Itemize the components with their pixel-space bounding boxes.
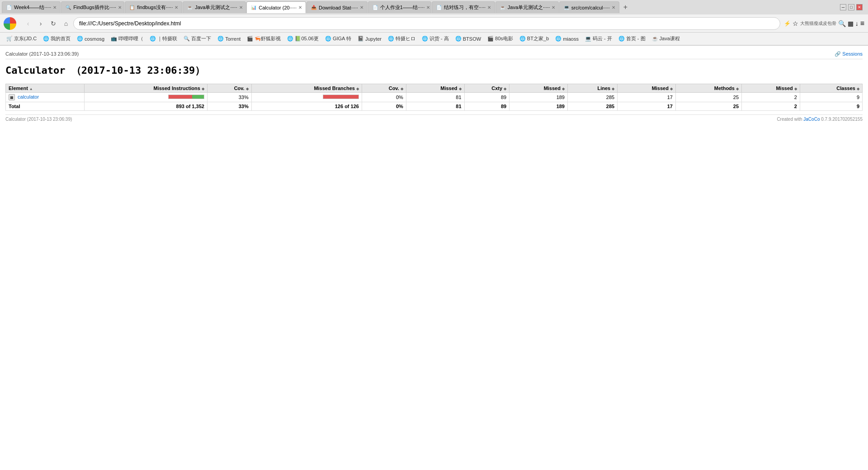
col-header-cov1-label: Cov. xyxy=(234,85,245,91)
bookmark-java[interactable]: ☕ Java课程 xyxy=(649,34,683,43)
bookmark-homepage2[interactable]: 🌐 首页 - 图 xyxy=(616,34,648,43)
sessions-link[interactable]: Sessions xyxy=(835,51,863,57)
bookmark-btzhijia[interactable]: 🌐 BT之家_b xyxy=(517,34,552,43)
bookmark-xiaohu[interactable]: 🎬 🦐虾狐影视 xyxy=(244,34,283,43)
bookmark-bilibili[interactable]: 📺 哔哩哔哩（ xyxy=(108,34,146,43)
tab-close-pair[interactable]: ✕ xyxy=(487,5,491,10)
tab-findbugs2[interactable]: 📋 findbugs没有····· ✕ xyxy=(125,1,182,13)
maximize-button[interactable]: □ xyxy=(848,4,854,10)
download-icon[interactable]: ↓ xyxy=(855,20,859,27)
sort-icon-methods: ◆ xyxy=(736,87,739,91)
bookmark-jupyter[interactable]: 📓 Jupyter xyxy=(355,35,384,43)
reload-button[interactable]: ↻ xyxy=(48,18,59,29)
col-header-element[interactable]: Element ▲ xyxy=(6,84,85,93)
back-button[interactable]: ‹ xyxy=(23,18,33,29)
bookmark-homepage[interactable]: 🌐 我的首页 xyxy=(40,34,73,43)
tab-close-week4[interactable]: ✕ xyxy=(53,5,57,10)
bookmark-jd[interactable]: 🛒 京东(JD.C xyxy=(4,34,39,43)
col-header-missed-cxty[interactable]: Missed ◆ xyxy=(406,84,464,93)
cell-branch-cov-calculator: 0% xyxy=(362,93,406,102)
tab-personal[interactable]: 📄 个人作业1——结····· ✕ xyxy=(368,1,431,13)
bookmark-cosmosg[interactable]: 🌐 cosmosg xyxy=(74,35,107,43)
bookmark-miaoss[interactable]: 🌐 miaoss xyxy=(552,35,581,43)
element-link-calculator[interactable]: calculator xyxy=(18,94,39,100)
cell-classes-calculator: 9 xyxy=(800,93,862,102)
minimize-button[interactable]: ─ xyxy=(840,4,846,10)
home-button[interactable]: ⌂ xyxy=(61,18,71,29)
col-header-methods-label: Methods xyxy=(714,85,735,91)
cell-missed-methods-calculator: 17 xyxy=(618,93,676,102)
apps-icon[interactable]: ▦ xyxy=(848,20,854,27)
col-header-methods[interactable]: Methods ◆ xyxy=(676,84,742,93)
forward-button[interactable]: › xyxy=(35,18,46,29)
col-header-missed-branches[interactable]: Missed Branches ◆ xyxy=(251,84,362,93)
col-header-missed-methods[interactable]: Missed ◆ xyxy=(618,84,676,93)
tab-close-personal[interactable]: ✕ xyxy=(426,5,430,10)
col-header-missed-lines-label: Missed xyxy=(544,85,561,91)
col-header-classes[interactable]: Classes ◆ xyxy=(800,84,862,93)
col-header-missed-methods-label: Missed xyxy=(652,85,669,91)
close-button[interactable]: ✕ xyxy=(856,4,863,10)
col-header-cov2[interactable]: Cov. ◆ xyxy=(362,84,406,93)
tab-close-calculator[interactable]: ✕ xyxy=(298,5,302,10)
url-bar[interactable] xyxy=(73,17,780,30)
bookmark-tokusatsu2[interactable]: 🌐 特摄ヒロ xyxy=(385,34,418,43)
bookmark-05[interactable]: 🌐 📗05.06更 xyxy=(284,34,321,43)
bookmark-label-giga: GIGA 特 xyxy=(333,35,351,42)
col-header-missed-classes[interactable]: Missed ◆ xyxy=(742,84,800,93)
sort-icon-cov2: ◆ xyxy=(401,87,403,91)
col-header-missed-cxty-label: Missed xyxy=(440,85,457,91)
search-icon[interactable]: 🔍 xyxy=(838,20,846,27)
bookmark-giga[interactable]: 🌐 GIGA 特 xyxy=(322,34,354,43)
bookmark-btsow[interactable]: 🌐 BTSOW xyxy=(453,35,484,43)
bookmarks-bar: 🛒 京东(JD.C 🌐 我的首页 🌐 cosmosg 📺 哔哩哔哩（ 🌐 ｜特摄… xyxy=(0,33,868,45)
tab-close-findbugs1[interactable]: ✕ xyxy=(118,5,122,10)
tab-label-java1: Java单元测试之····· xyxy=(195,4,237,11)
tab-close-download[interactable]: ✕ xyxy=(360,5,363,10)
menu-icon[interactable]: ≡ xyxy=(860,19,864,28)
bookmark-icon-homepage2: 🌐 xyxy=(618,36,625,42)
tab-pair[interactable]: 📄 结对练习，有空····· ✕ xyxy=(432,1,495,13)
new-tab-button[interactable]: + xyxy=(620,3,631,11)
col-header-missed-instructions[interactable]: Missed Instructions ◆ xyxy=(84,84,207,93)
tab-download[interactable]: 📥 Download Stat····· ✕ xyxy=(307,1,368,13)
cell-total-label: Total xyxy=(6,102,85,111)
bookmark-80s[interactable]: 🎬 80s电影 xyxy=(485,34,516,43)
tab-close-findbugs2[interactable]: ✕ xyxy=(175,5,178,10)
bookmark-icon-btzhijia: 🌐 xyxy=(519,36,526,42)
instructions-coverage-bar xyxy=(168,95,204,99)
col-header-missed-lines[interactable]: Missed ◆ xyxy=(509,84,568,93)
tab-label-src: src/com/calcul····· xyxy=(571,5,610,10)
tab-close-java1[interactable]: ✕ xyxy=(239,5,243,10)
page-content: Calculator (2017-10-13 23:06:39) Session… xyxy=(0,46,868,317)
bookmark-icon-torrent: 🌐 xyxy=(217,36,224,42)
bookmark-torrent[interactable]: 🌐 Torrent xyxy=(215,35,243,43)
bookmark-shihuo[interactable]: 🌐 识货 - 高 xyxy=(419,34,452,43)
col-header-classes-label: Classes xyxy=(836,85,855,91)
col-header-cxty[interactable]: Cxty ◆ xyxy=(464,84,509,93)
tab-findbugs1[interactable]: 🔍 FindBugs插件比····· ✕ xyxy=(61,1,124,13)
cell-missed-cxty-calculator: 81 xyxy=(406,93,464,102)
bookmark-label-java: Java课程 xyxy=(660,35,680,42)
tab-java1[interactable]: ☕ Java单元测试之····· ✕ xyxy=(183,1,246,13)
tab-close-src[interactable]: ✕ xyxy=(612,5,615,10)
bookmark-icon-gitee: 💻 xyxy=(585,36,591,42)
tab-close-java2[interactable]: ✕ xyxy=(552,5,555,10)
sort-icon-missed-cxty: ◆ xyxy=(459,87,462,91)
bookmark-icon-tokusatsu2: 🌐 xyxy=(388,36,394,42)
cell-total-missed-lines: 189 xyxy=(509,102,568,111)
tab-calculator[interactable]: 📊 Calculator (20····· ✕ xyxy=(246,1,306,13)
col-header-lines[interactable]: Lines ◆ xyxy=(567,84,617,93)
tab-java2[interactable]: ☕ Java单元测试之····· ✕ xyxy=(495,1,559,13)
col-header-cov1[interactable]: Cov. ◆ xyxy=(207,84,251,93)
bookmark-baidu[interactable]: 🔍 百度一下 xyxy=(181,34,214,43)
bookmark-tokusatsu[interactable]: 🌐 ｜特摄联 xyxy=(147,34,180,43)
star-icon[interactable]: ☆ xyxy=(793,20,798,27)
tab-favicon-java2: ☕ xyxy=(500,5,506,11)
tab-week4[interactable]: 📄 Week4——结····· ✕ xyxy=(2,1,61,13)
bookmark-gitee[interactable]: 💻 码云 - 开 xyxy=(582,34,615,43)
tab-src[interactable]: 💻 src/com/calcul····· ✕ xyxy=(559,1,619,13)
cell-missed-classes-calculator: 2 xyxy=(742,93,800,102)
tab-label-java2: Java单元测试之····· xyxy=(508,4,550,11)
footer-jacoco-link[interactable]: JaCoCo xyxy=(803,117,820,122)
